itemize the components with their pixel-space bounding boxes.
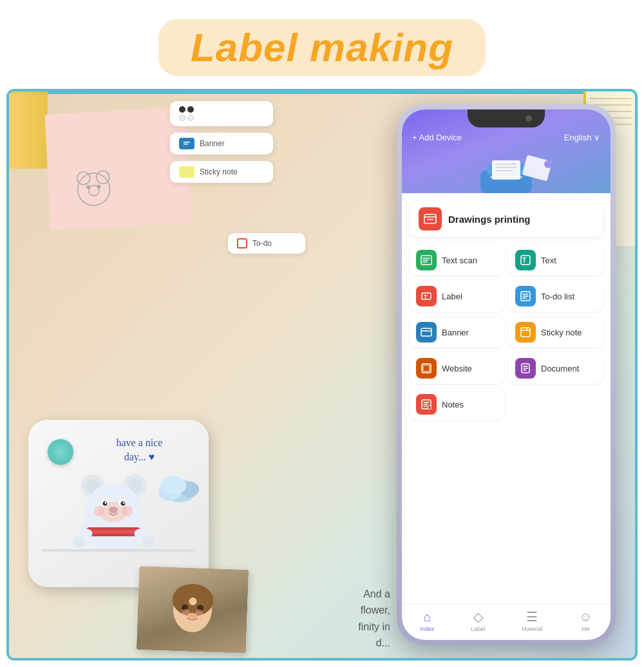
nav-label-label: Label (471, 626, 485, 632)
svg-point-0 (77, 173, 111, 207)
label-icon: T (416, 286, 437, 306)
nav-me-label: Me (582, 626, 590, 632)
svg-point-53 (544, 160, 552, 168)
sticky-note-menu-icon (515, 322, 536, 343)
drawings-printing-button[interactable]: Drawings printing (410, 201, 603, 237)
todo-list-icon (515, 286, 536, 306)
menu-item-notes[interactable]: Notes (410, 389, 504, 420)
printer-text-line1: have a nice (80, 436, 199, 450)
bottom-text-snippet: And a flower, finity in d... (358, 586, 390, 652)
text-label: Text (541, 256, 556, 265)
label-label: Label (442, 292, 462, 301)
notebook-line (589, 98, 632, 99)
svg-rect-30 (86, 530, 140, 534)
home-icon: ⌂ (423, 610, 431, 625)
printer-slot (41, 549, 196, 552)
document-icon (515, 358, 536, 379)
photo-face-icon (159, 573, 226, 646)
menu-item-text[interactable]: T Text (509, 245, 603, 276)
nav-index-label: Index (420, 626, 434, 632)
svg-rect-55 (424, 214, 436, 223)
printer-text-line2: day... ♥ (80, 450, 199, 464)
phone-device: + Add Device English ∨ (397, 104, 616, 645)
svg-point-26 (109, 507, 118, 513)
sticky-note-menu-label: Sticky note (541, 328, 582, 337)
drawings-printing-icon (419, 207, 442, 230)
sticky-note-icon (179, 166, 194, 178)
svg-rect-63 (521, 328, 530, 337)
banner-card: Banner (170, 133, 273, 155)
photo-card (137, 566, 249, 653)
sticky-note-label: Sticky note (200, 167, 238, 176)
menu-item-banner[interactable]: Banner (410, 317, 504, 348)
svg-point-4 (86, 185, 90, 189)
menu-item-sticky[interactable]: Sticky note (509, 317, 603, 348)
svg-point-54 (456, 175, 466, 185)
svg-point-33 (73, 536, 84, 548)
header: Label making (0, 0, 644, 89)
svg-point-24 (105, 502, 107, 504)
phone-add-device[interactable]: + Add Device (412, 133, 462, 142)
nav-item-me[interactable]: ☺ Me (579, 610, 592, 632)
svg-rect-8 (184, 144, 188, 145)
menu-item-label[interactable]: T Label (410, 281, 504, 312)
svg-point-2 (96, 171, 109, 184)
phone-outer: + Add Device English ∨ (397, 104, 616, 645)
text-scan-label: Text scan (442, 256, 477, 265)
website-label: Website (442, 364, 472, 373)
camera-dot (526, 115, 532, 122)
nav-item-label[interactable]: ◇ Label (471, 609, 485, 632)
main-title: Label making (191, 26, 453, 70)
banner-label: Banner (200, 139, 225, 148)
banner-icon (179, 138, 194, 149)
menu-item-website[interactable]: Website (410, 353, 504, 384)
printer-power-button[interactable] (48, 439, 73, 465)
panda-icon (179, 106, 194, 121)
title-badge: Label making (158, 19, 486, 76)
svg-point-34 (142, 536, 154, 548)
menu-item-document[interactable]: Document (509, 353, 603, 384)
svg-point-70 (428, 406, 431, 409)
menu-item-text-scan[interactable]: Text scan (410, 245, 504, 276)
svg-text:T: T (424, 294, 428, 300)
text-line-flower: flower, (358, 602, 390, 619)
todo-list-label: To-do list (541, 292, 574, 301)
drawings-printing-label: Drawings printing (448, 214, 531, 225)
svg-point-1 (77, 172, 90, 185)
bear-icon (67, 468, 170, 552)
text-icon: T (515, 250, 536, 270)
sticky-note-card: Sticky note (170, 161, 273, 183)
document-label: Document (541, 364, 579, 373)
nav-item-material[interactable]: ☰ Material (522, 609, 542, 632)
todo-card: To-do (228, 233, 305, 254)
phone-language[interactable]: English ∨ (564, 133, 600, 142)
nav-material-label: Material (522, 626, 542, 632)
main-scene: Banner Sticky note To-do (6, 89, 638, 661)
website-icon (416, 358, 437, 379)
text-line-d: d... (358, 635, 390, 652)
bear-sketch-icon (67, 162, 121, 216)
text-scan-icon (416, 250, 437, 270)
svg-text:T: T (522, 257, 526, 264)
menu-item-todo[interactable]: To-do list (509, 281, 603, 312)
notes-label: Notes (442, 400, 464, 409)
phone-notch (468, 109, 545, 127)
svg-rect-62 (421, 328, 431, 336)
svg-rect-48 (492, 160, 520, 180)
panda-card (170, 101, 273, 126)
notes-icon (416, 394, 437, 415)
printer-body: have a nice day... ♥ (28, 420, 209, 587)
printer-illustration-icon (448, 151, 564, 196)
svg-rect-7 (184, 142, 190, 143)
nav-item-index[interactable]: ⌂ Index (420, 610, 434, 632)
svg-point-27 (94, 506, 104, 516)
label-nav-icon: ◇ (473, 609, 483, 625)
me-icon: ☺ (579, 610, 592, 625)
svg-point-25 (123, 502, 125, 504)
phone-screen: + Add Device English ∨ (402, 109, 611, 640)
page-wrapper: Label making (0, 0, 644, 667)
book-yellow (9, 91, 48, 169)
banner-menu-icon (416, 322, 437, 343)
todo-icon (237, 238, 247, 249)
material-icon: ☰ (526, 609, 538, 625)
